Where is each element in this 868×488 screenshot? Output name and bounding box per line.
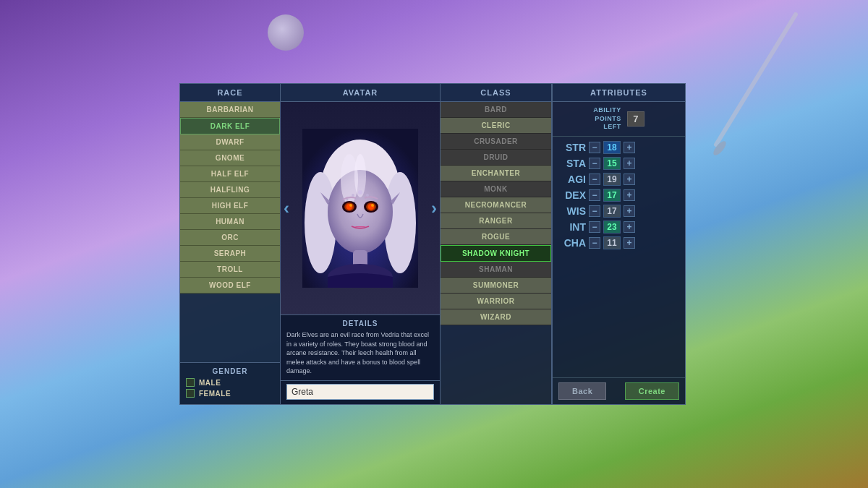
attr-row-int: INT−23+ bbox=[558, 221, 679, 234]
class-item-cleric[interactable]: CLERIC bbox=[441, 118, 551, 134]
gender-male-checkbox[interactable] bbox=[186, 378, 195, 387]
race-item-gnome[interactable]: GNOME bbox=[180, 150, 280, 166]
attr-name-dex: DEX bbox=[558, 189, 586, 201]
svg-point-21 bbox=[366, 194, 369, 197]
attr-name-wis: WIS bbox=[558, 205, 586, 217]
avatar-face bbox=[302, 129, 418, 288]
back-button[interactable]: Back bbox=[558, 382, 606, 400]
character-name-input[interactable] bbox=[286, 384, 434, 400]
attr-row-agi: AGI−19+ bbox=[558, 173, 679, 186]
class-item-warrior[interactable]: WARRIOR bbox=[441, 294, 551, 309]
attr-minus-cha[interactable]: − bbox=[589, 237, 600, 249]
attributes-header: ATTRIBUTES bbox=[553, 84, 685, 102]
attr-value-dex: 17 bbox=[603, 189, 621, 202]
attr-value-sta: 15 bbox=[603, 157, 621, 170]
bottom-buttons: Back Create bbox=[553, 377, 685, 404]
race-item-wood-elf[interactable]: WOOD ELF bbox=[180, 278, 280, 294]
race-item-troll[interactable]: TROLL bbox=[180, 262, 280, 278]
attr-value-str: 18 bbox=[603, 141, 621, 154]
attr-minus-int[interactable]: − bbox=[589, 221, 600, 233]
svg-point-19 bbox=[358, 190, 362, 194]
attr-minus-dex[interactable]: − bbox=[589, 189, 600, 201]
race-list: BARBARIANDARK ELFDWARFGNOMEHALF ELFHALFL… bbox=[180, 102, 280, 362]
class-item-wizard[interactable]: WIZARD bbox=[441, 309, 551, 325]
class-item-shadow-knight[interactable]: SHADOW KNIGHT bbox=[441, 245, 551, 262]
avatar-prev-button[interactable]: ‹ bbox=[284, 198, 289, 218]
details-section: DETAILS Dark Elves are an evil race from… bbox=[281, 314, 440, 380]
gender-female-option[interactable]: FEMALE bbox=[186, 389, 274, 398]
attr-row-dex: DEX−17+ bbox=[558, 189, 679, 202]
ability-points-row: ABILITYPOINTSLEFT 7 bbox=[553, 102, 685, 137]
attr-plus-cha[interactable]: + bbox=[624, 237, 635, 249]
moon-decoration bbox=[268, 14, 304, 51]
race-column: RACE BARBARIANDARK ELFDWARFGNOMEHALF ELF… bbox=[179, 83, 281, 405]
attr-minus-str[interactable]: − bbox=[589, 142, 600, 153]
attr-plus-dex[interactable]: + bbox=[624, 189, 635, 201]
avatar-image-area: ‹ bbox=[281, 102, 440, 314]
attr-name-agi: AGI bbox=[558, 174, 586, 185]
race-item-seraph[interactable]: SERAPH bbox=[180, 246, 280, 262]
class-item-crusader: CRUSADER bbox=[441, 134, 551, 150]
svg-point-23 bbox=[373, 199, 375, 201]
class-header: CLASS bbox=[441, 84, 551, 102]
gender-label: GENDER bbox=[186, 367, 274, 375]
class-item-ranger[interactable]: RANGER bbox=[441, 213, 551, 229]
class-item-bard: BARD bbox=[441, 102, 551, 118]
class-item-shaman: SHAMAN bbox=[441, 262, 551, 278]
class-item-enchanter[interactable]: ENCHANTER bbox=[441, 166, 551, 181]
gender-female-label: FEMALE bbox=[199, 390, 231, 398]
race-item-barbarian[interactable]: BARBARIAN bbox=[180, 102, 280, 118]
class-item-rogue[interactable]: ROGUE bbox=[441, 229, 551, 245]
class-item-druid: DRUID bbox=[441, 150, 551, 166]
attr-plus-int[interactable]: + bbox=[624, 221, 635, 233]
race-item-half-elf[interactable]: HALF ELF bbox=[180, 166, 280, 182]
race-header: RACE bbox=[180, 84, 280, 102]
avatar-column: AVATAR ‹ bbox=[281, 83, 440, 405]
avatar-header: AVATAR bbox=[281, 84, 440, 102]
race-item-dark-elf[interactable]: DARK ELF bbox=[180, 118, 280, 134]
class-column: CLASS BARDCLERICCRUSADERDRUIDENCHANTERMO… bbox=[440, 83, 552, 405]
attr-minus-agi[interactable]: − bbox=[589, 174, 600, 185]
attr-row-cha: CHA−11+ bbox=[558, 236, 679, 249]
svg-point-22 bbox=[346, 199, 349, 201]
svg-point-14 bbox=[349, 204, 352, 207]
race-item-dwarf[interactable]: DWARF bbox=[180, 134, 280, 150]
race-item-halfling[interactable]: HALFLING bbox=[180, 182, 280, 198]
gender-female-checkbox[interactable] bbox=[186, 389, 195, 398]
details-header: DETAILS bbox=[286, 320, 434, 328]
avatar-svg bbox=[302, 129, 418, 288]
attr-name-cha: CHA bbox=[558, 237, 586, 249]
attr-value-cha: 11 bbox=[603, 236, 621, 249]
race-item-human[interactable]: HUMAN bbox=[180, 214, 280, 230]
class-item-summoner[interactable]: SUMMONER bbox=[441, 278, 551, 294]
attr-row-sta: STA−15+ bbox=[558, 157, 679, 170]
svg-point-18 bbox=[371, 204, 374, 207]
avatar-next-button[interactable]: › bbox=[431, 198, 437, 218]
attr-value-wis: 17 bbox=[603, 205, 621, 218]
svg-line-0 bbox=[716, 14, 796, 145]
attr-plus-agi[interactable]: + bbox=[624, 174, 635, 185]
attr-plus-sta[interactable]: + bbox=[624, 158, 635, 169]
details-text: Dark Elves are an evil race from Vedria … bbox=[286, 330, 434, 376]
attr-name-sta: STA bbox=[558, 158, 586, 169]
attr-minus-wis[interactable]: − bbox=[589, 205, 600, 217]
attr-row-str: STR−18+ bbox=[558, 141, 679, 154]
attr-row-wis: WIS−17+ bbox=[558, 205, 679, 218]
attribute-list: STR−18+STA−15+AGI−19+DEX−17+WIS−17+INT−2… bbox=[553, 137, 685, 377]
gender-male-option[interactable]: MALE bbox=[186, 378, 274, 387]
attr-plus-str[interactable]: + bbox=[624, 142, 635, 153]
attributes-column: ATTRIBUTES ABILITYPOINTSLEFT 7 STR−18+ST… bbox=[552, 83, 686, 405]
class-list: BARDCLERICCRUSADERDRUIDENCHANTERMONKNECR… bbox=[441, 102, 551, 404]
gender-male-label: MALE bbox=[199, 379, 221, 387]
gender-section: GENDER MALE FEMALE bbox=[180, 362, 280, 404]
race-item-orc[interactable]: ORC bbox=[180, 230, 280, 246]
class-item-necromancer[interactable]: NECROMANCER bbox=[441, 197, 551, 213]
attr-minus-sta[interactable]: − bbox=[589, 158, 600, 169]
class-item-monk: MONK bbox=[441, 181, 551, 197]
attr-plus-wis[interactable]: + bbox=[624, 205, 635, 217]
attr-name-str: STR bbox=[558, 142, 586, 153]
race-item-high-elf[interactable]: HIGH ELF bbox=[180, 198, 280, 214]
create-button[interactable]: Create bbox=[625, 382, 679, 400]
character-creation-panel: RACE BARBARIANDARK ELFDWARFGNOMEHALF ELF… bbox=[179, 83, 686, 405]
ability-points-value: 7 bbox=[627, 111, 644, 127]
